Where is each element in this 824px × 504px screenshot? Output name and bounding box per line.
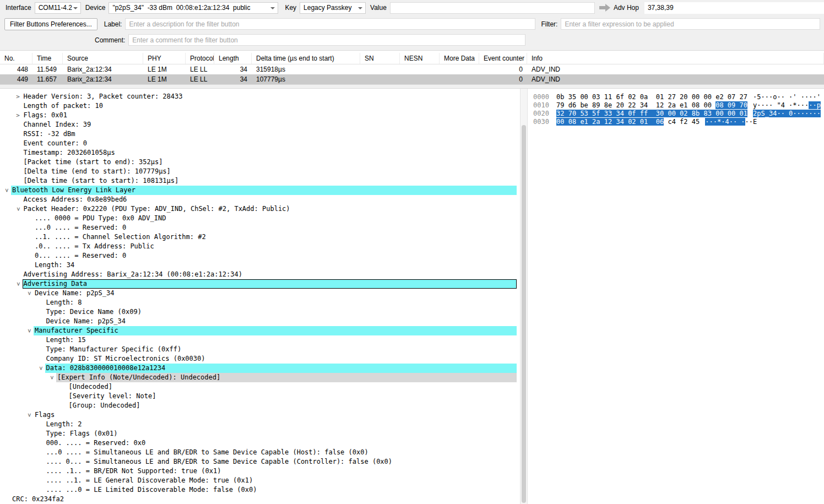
hex-bytes[interactable]: 0b 35 00 03 11 6f 02 0a 01 27 20 00 00 e… (556, 93, 747, 101)
tree-row[interactable]: Channel Index: 39 (0, 120, 520, 129)
tree-indent (0, 330, 25, 331)
tree-row[interactable]: ..1. .... = Channel Selection Algorithm:… (0, 232, 520, 242)
tree-row[interactable]: Company ID: ST Microelectronics (0x0030) (0, 354, 520, 364)
column-header-sn[interactable]: SN (360, 53, 400, 64)
filter-input[interactable] (561, 18, 820, 30)
column-header-phy[interactable]: PHY (143, 53, 186, 64)
hex-bytes[interactable]: 79 d6 be 89 8e 20 22 34 12 2a e1 08 00 0… (556, 101, 747, 110)
column-header-nesn[interactable]: NESN (400, 53, 440, 64)
tree-row[interactable]: Device Name: p2pS_34 (0, 317, 520, 326)
capture-toolbar: Interface COM11-4.2 Device "p2pS_34" -33… (0, 0, 824, 51)
tree-row[interactable]: ...0 .... = Reserved: 0 (0, 223, 520, 232)
tree-row[interactable]: >Bluetooth Low Energy Link Layer (0, 186, 520, 195)
tree-row[interactable]: [Group: Undecoded] (0, 401, 520, 410)
tree-row[interactable]: .0.. .... = Tx Address: Public (0, 242, 520, 251)
label-input[interactable] (125, 18, 535, 30)
tree-row[interactable]: Type: Device Name (0x09) (0, 307, 520, 317)
packet-list: No.TimeSourcePHYProtocolLengthDelta time… (0, 53, 824, 84)
packet-list-rows: 44811.549Barix_2a:12:34LE 1MLE LL3431591… (0, 64, 824, 84)
tree-row[interactable]: >Advertising Data (0, 279, 520, 289)
column-header-source[interactable]: Source (63, 53, 143, 64)
tree-row[interactable]: >Flags: 0x01 (0, 111, 520, 120)
hex-bytes[interactable]: 00 08 e1 2a 12 34 02 01 06 c4 f2 45 (556, 118, 700, 126)
tree-row[interactable]: [Delta time (end to start): 107779µs] (0, 167, 520, 176)
column-header-info[interactable]: Info (527, 53, 824, 64)
expander-icon[interactable]: > (13, 205, 23, 214)
comment-input[interactable] (128, 34, 525, 46)
hex-row: 002032 70 53 5f 33 34 0f ff 30 00 02 8b … (528, 110, 824, 118)
hex-ascii[interactable]: ·5···o·· ·' ····' (753, 93, 821, 101)
column-header-event_counter[interactable]: Event counter (479, 53, 527, 64)
tree-row[interactable]: .... 0... = Simultaneous LE and BR/EDR t… (0, 457, 520, 467)
column-header-length[interactable]: Length (214, 53, 252, 64)
pane-splitter[interactable] (0, 84, 824, 89)
column-header-no[interactable]: No. (0, 53, 32, 64)
hex-ascii[interactable]: y···· "4 ·*·····p (753, 101, 821, 110)
tree-row[interactable]: Advertising Address: Barix_2a:12:34 (00:… (0, 270, 520, 279)
cell-event_counter: 0 (479, 64, 527, 74)
hex-ascii[interactable]: 2pS_34·· 0······· (753, 110, 821, 118)
tree-row[interactable]: .... ...0 = LE Limited Discoverable Mode… (0, 485, 520, 495)
detail-scrollbar[interactable] (520, 89, 528, 504)
tree-row[interactable]: RSSI: -32 dBm (0, 129, 520, 139)
key-select[interactable]: Legacy Passkey (300, 2, 366, 14)
tree-row[interactable]: .... 0000 = PDU Type: 0x0 ADV_IND (0, 214, 520, 223)
tree-row[interactable]: .... ..1. = LE General Discoverable Mode… (0, 476, 520, 485)
tree-indent (0, 134, 14, 134)
tree-row[interactable]: [Undecoded] (0, 382, 520, 392)
tree-row[interactable]: Access Address: 0x8e89bed6 (0, 195, 520, 204)
tree-row[interactable]: >Manufacturer Specific (0, 326, 520, 335)
expander-icon[interactable]: > (2, 186, 12, 195)
tree-row[interactable]: Length: 15 (0, 335, 520, 345)
tree-row[interactable]: 000. .... = Reserved: 0x0 (0, 438, 520, 448)
tree-row[interactable]: >Device Name: p2pS_34 (0, 289, 520, 298)
tree-row[interactable]: [Packet time (start to end): 352µs] (0, 158, 520, 167)
expander-icon[interactable]: > (25, 327, 34, 335)
scrollbar-thumb[interactable] (522, 125, 526, 503)
adv-hop-input[interactable] (644, 2, 824, 14)
expander-icon[interactable]: > (14, 111, 23, 120)
tree-row[interactable]: >Data: 028b830000010008e12a1234 (0, 364, 520, 373)
interface-label: Interface (6, 4, 31, 12)
interface-select[interactable]: COM11-4.2 (35, 2, 81, 14)
tree-row[interactable]: >Flags (0, 410, 520, 420)
apply-arrow-icon[interactable] (599, 4, 610, 12)
tree-row[interactable]: >Packet Header: 0x2220 (PDU Type: ADV_IN… (0, 204, 520, 214)
tree-row[interactable]: Length: 34 (0, 261, 520, 270)
tree-row[interactable]: Timestamp: 2032601058µs (0, 148, 520, 158)
hex-ascii[interactable]: ···*·4·· ···E (705, 118, 757, 126)
tree-indent (0, 368, 36, 368)
column-header-more_data[interactable]: More Data (440, 53, 479, 64)
tree-row[interactable]: [Delta time (start to start): 108131µs] (0, 176, 520, 186)
device-select[interactable]: "p2pS_34" -33 dBm 00:08:e1:2a:12:34 publ… (109, 2, 278, 14)
tree-row[interactable]: Length: 2 (0, 420, 520, 429)
tree-row[interactable]: .... .1.. = BR/EDR Not Supported: true (… (0, 467, 520, 476)
tree-row[interactable]: Event counter: 0 (0, 139, 520, 148)
tree-row[interactable]: Length of packet: 10 (0, 101, 520, 111)
tree-row[interactable]: >[Expert Info (Note/Undecoded): Undecode… (0, 373, 520, 382)
column-header-delta[interactable]: Delta time (µs end to start) (252, 53, 360, 64)
hex-bytes[interactable]: 32 70 53 5f 33 34 0f ff 30 00 02 8b 83 0… (556, 110, 747, 118)
tree-indent (0, 246, 25, 247)
column-header-protocol[interactable]: Protocol (186, 53, 214, 64)
packet-row-448[interactable]: 44811.549Barix_2a:12:34LE 1MLE LL3431591… (0, 64, 824, 74)
cell-time: 11.657 (32, 74, 63, 84)
tree-row[interactable]: [Severity level: Note] (0, 392, 520, 401)
tree-row[interactable]: >Header Version: 3, Packet counter: 2843… (0, 92, 520, 101)
expander-icon[interactable]: > (25, 411, 34, 420)
tree-row[interactable]: CRC: 0x234fa2 (0, 495, 520, 504)
expander-icon[interactable]: > (47, 373, 57, 382)
expander-icon[interactable]: > (36, 364, 45, 373)
tree-row[interactable]: ...0 .... = Simultaneous LE and BR/EDR t… (0, 448, 520, 457)
expander-icon[interactable]: > (25, 289, 34, 298)
tree-row[interactable]: Length: 8 (0, 298, 520, 307)
tree-row[interactable]: Type: Flags (0x01) (0, 429, 520, 438)
tree-row[interactable]: Type: Manufacturer Specific (0xff) (0, 345, 520, 354)
filter-buttons-preferences-button[interactable]: Filter Buttons Preferences... (4, 18, 97, 30)
value-input[interactable] (390, 2, 595, 14)
expander-icon[interactable]: > (14, 92, 23, 101)
column-header-time[interactable]: Time (32, 53, 63, 64)
tree-row[interactable]: 0... .... = Reserved: 0 (0, 251, 520, 261)
packet-row-449[interactable]: 44911.657Barix_2a:12:34LE 1MLE LL3410777… (0, 74, 824, 84)
expander-icon[interactable]: > (13, 280, 23, 289)
